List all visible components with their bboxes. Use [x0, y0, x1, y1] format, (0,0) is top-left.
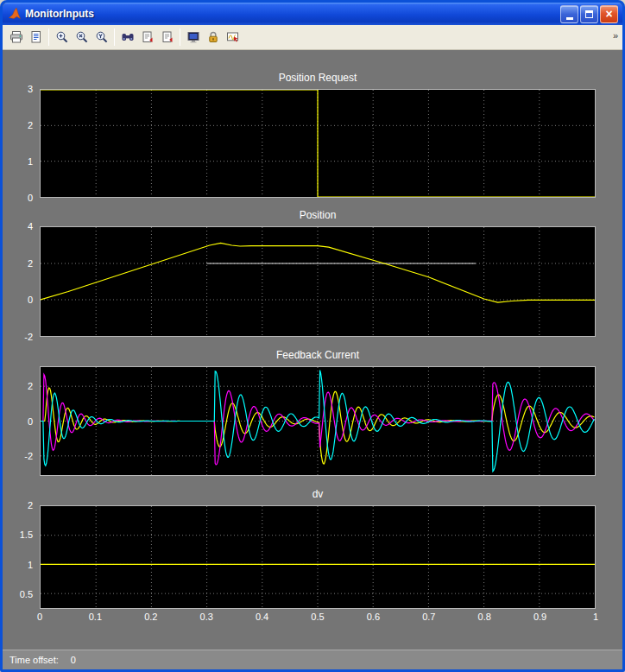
x-axis-labels: 00.10.20.30.40.50.60.70.80.91: [40, 612, 596, 623]
autoscale-button[interactable]: [117, 28, 137, 47]
chart-title: Position: [40, 209, 596, 223]
restore-axes-button[interactable]: [157, 28, 177, 47]
plot-area-feedback-current[interactable]: [40, 366, 596, 476]
status-bar: Time offset: 0: [3, 650, 622, 669]
titlebar[interactable]: MonitorInputs ×: [3, 3, 622, 25]
time-offset-label: Time offset:: [9, 655, 59, 665]
y-tick-label: -2: [24, 451, 33, 461]
x-tick-label: 0.9: [533, 612, 546, 622]
y-tick-label: 1: [28, 560, 33, 570]
x-tick-label: 1: [593, 612, 598, 622]
x-tick-label: 0.7: [422, 612, 435, 622]
print-icon: [9, 30, 23, 44]
zoom-y-button[interactable]: [92, 28, 111, 47]
chart-title: Feedback Current: [40, 349, 596, 363]
plot-area-position-request[interactable]: [40, 89, 596, 198]
y-tick-label: 4: [28, 221, 33, 231]
y-tick-label: 2: [28, 258, 33, 269]
lock-axes-button[interactable]: [203, 28, 223, 47]
zoom-button[interactable]: [52, 28, 72, 47]
restore-axes-icon: [161, 30, 174, 44]
zoom-icon: [55, 30, 69, 44]
minimize-icon: [566, 17, 573, 20]
x-tick-label: 0.1: [89, 612, 102, 622]
matlab-logo-icon: [8, 7, 22, 21]
y-axis-labels: 0.511.52: [3, 505, 37, 609]
close-icon: ×: [605, 8, 612, 20]
floating-scope-icon: [186, 30, 200, 44]
toolbar-separator: [48, 29, 49, 46]
print-button[interactable]: [6, 28, 26, 47]
y-tick-label: 2: [28, 120, 33, 130]
parameters-icon: [29, 30, 43, 44]
zoom-y-icon: [95, 30, 109, 44]
y-tick-label: 1.5: [20, 529, 33, 540]
chart-feedback-current: Feedback Current -202: [3, 349, 622, 476]
lock-axes-icon: [206, 30, 220, 44]
signal-selection-icon: [226, 30, 240, 44]
x-tick-label: 0.6: [367, 612, 380, 622]
y-axis-labels: 0123: [3, 89, 37, 198]
chart-title: Position Request: [40, 72, 596, 86]
toolbar-separator: [180, 29, 180, 46]
x-tick-label: 0.8: [478, 612, 491, 622]
maximize-icon: [585, 10, 593, 18]
y-axis-labels: -2024: [3, 226, 37, 337]
plot-area-dv[interactable]: [40, 505, 596, 609]
x-tick-label: 0.4: [256, 612, 268, 622]
chart-dv: dv 0.511.52 00.10.20.30.40.50.60.70.80.9…: [3, 488, 622, 623]
y-tick-label: 0: [28, 416, 33, 427]
y-tick-label: 3: [28, 84, 33, 94]
y-axis-labels: -202: [3, 366, 37, 476]
y-tick-label: -2: [24, 332, 33, 342]
chart-title: dv: [40, 488, 596, 502]
overflow-chevron-icon[interactable]: »: [613, 31, 618, 41]
signal-selection-button[interactable]: [223, 28, 243, 47]
autoscale-binoculars-icon: [121, 30, 135, 44]
y-tick-label: 0: [28, 193, 33, 203]
y-tick-label: 0.5: [20, 589, 33, 599]
y-tick-label: 2: [28, 500, 33, 510]
save-axes-icon: [141, 30, 155, 44]
plot-area-position[interactable]: [40, 226, 596, 337]
time-offset-value: 0: [71, 655, 76, 665]
zoom-x-button[interactable]: [72, 28, 92, 47]
zoom-x-icon: [75, 30, 89, 44]
x-tick-label: 0.3: [200, 612, 213, 622]
close-button[interactable]: ×: [600, 5, 618, 23]
maximize-button[interactable]: [580, 5, 598, 23]
parameters-button[interactable]: [26, 28, 46, 47]
y-tick-label: 2: [28, 381, 33, 391]
y-tick-label: 0: [28, 295, 33, 305]
x-tick-label: 0.2: [144, 612, 157, 622]
x-tick-label: 0: [37, 612, 42, 622]
window-title: MonitorInputs: [25, 8, 560, 20]
y-tick-label: 1: [28, 156, 33, 167]
x-tick-label: 0.5: [311, 612, 324, 622]
toolbar-separator: [114, 29, 115, 46]
scope-canvas: Position Request 0123 Position -2024 Fee…: [3, 50, 622, 669]
chart-position: Position -2024: [3, 209, 622, 337]
chart-position-request: Position Request 0123: [3, 72, 622, 198]
save-axes-button[interactable]: [137, 28, 157, 47]
scope-window: MonitorInputs ×: [0, 0, 625, 672]
floating-scope-button[interactable]: [183, 28, 203, 47]
minimize-button[interactable]: [560, 5, 578, 23]
toolbar: »: [3, 25, 622, 50]
